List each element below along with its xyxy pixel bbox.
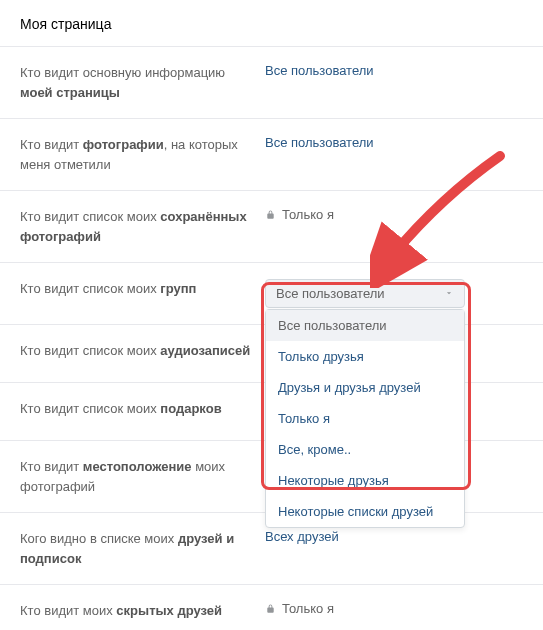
page-title-text: Моя страница [20,16,111,32]
setting-label: Кто видит список моих аудиозаписей [20,341,265,361]
chevron-down-icon [444,286,454,301]
privacy-dropdown: Все пользователиВсе пользователиТолько д… [265,279,465,308]
setting-value: Все пользователи [265,63,523,78]
setting-value: Всех друзей [265,529,523,544]
privacy-value-text: Только я [282,601,334,616]
setting-label: Кто видит основную информацию моей стран… [20,63,265,102]
page-title: Моя страница [0,0,543,47]
setting-value: Только я [265,601,523,616]
dropdown-option[interactable]: Все, кроме.. [266,434,464,465]
dropdown-option[interactable]: Только я [266,403,464,434]
setting-label: Кто видит местоположение моих фотографий [20,457,265,496]
dropdown-option[interactable]: Некоторые друзья [266,465,464,496]
privacy-dropdown-button[interactable]: Все пользователи [265,279,465,308]
setting-row: Кто видит основную информацию моей стран… [0,47,543,119]
setting-label: Кто видит фотографии, на которых меня от… [20,135,265,174]
privacy-value-link[interactable]: Все пользователи [265,63,374,78]
dropdown-option[interactable]: Только друзья [266,341,464,372]
setting-label: Кого видно в списке моих друзей и подпис… [20,529,265,568]
dropdown-option[interactable]: Все пользователи [266,310,464,341]
privacy-value-link[interactable]: Всех друзей [265,529,339,544]
dropdown-selected-label: Все пользователи [276,286,385,301]
setting-row: Кто видит список моих сохранённых фотогр… [0,191,543,263]
privacy-dropdown-menu: Все пользователиТолько друзьяДрузья и др… [265,309,465,528]
setting-row: Кто видит фотографии, на которых меня от… [0,119,543,191]
setting-value: Все пользователиВсе пользователиТолько д… [265,279,523,308]
privacy-value-link[interactable]: Все пользователи [265,135,374,150]
dropdown-option[interactable]: Друзья и друзья друзей [266,372,464,403]
setting-label: Кто видит моих скрытых друзей [20,601,265,621]
lock-icon [265,209,276,220]
lock-icon [265,603,276,614]
privacy-value-lock[interactable]: Только я [265,207,334,222]
setting-value: Все пользователи [265,135,523,150]
privacy-value-text: Только я [282,207,334,222]
setting-label: Кто видит список моих подарков [20,399,265,419]
setting-label: Кто видит список моих сохранённых фотогр… [20,207,265,246]
dropdown-option[interactable]: Некоторые списки друзей [266,496,464,527]
setting-value: Только я [265,207,523,222]
setting-label: Кто видит список моих групп [20,279,265,299]
setting-row: Кто видит список моих группВсе пользоват… [0,263,543,325]
setting-row: Кто видит моих скрытых друзейТолько я [0,585,543,630]
privacy-value-lock[interactable]: Только я [265,601,334,616]
